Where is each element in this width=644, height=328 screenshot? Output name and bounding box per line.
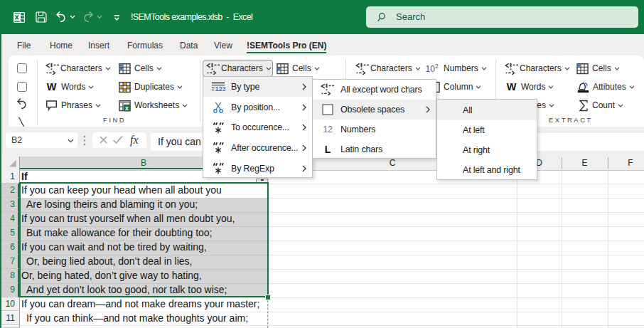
svg-text:2: 2 bbox=[435, 63, 439, 70]
svg-text:10: 10 bbox=[426, 63, 436, 73]
svg-text:123: 123 bbox=[215, 85, 226, 92]
svg-text:x: x bbox=[125, 104, 129, 111]
